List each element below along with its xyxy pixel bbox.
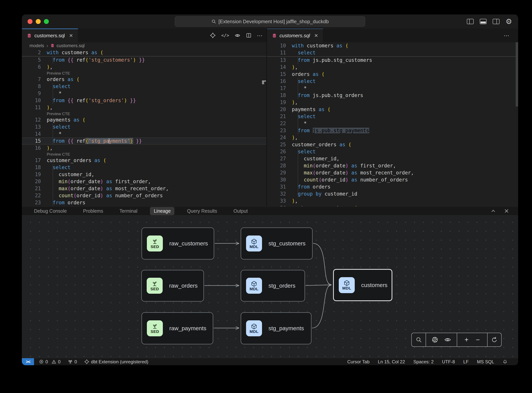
code-line-10[interactable]: 10with customers as ( — [267, 42, 518, 49]
code-line-22[interactable]: 22 count(order_id) as number_of_orders — [22, 192, 266, 199]
code-line-20[interactable]: 20payments as ( — [267, 106, 518, 113]
lineage-node-stg_orders[interactable]: MDLstg_orders — [241, 270, 305, 301]
maximize-panel-chevron-up-icon[interactable] — [490, 208, 496, 214]
code-line-26[interactable]: 26 select — [267, 148, 518, 155]
code-line-16[interactable]: 16 select — [267, 78, 518, 85]
code-line-17[interactable]: 17 * — [267, 85, 518, 92]
encoding-status[interactable]: UTF-8 — [442, 359, 455, 364]
show-compiled-code-icon[interactable]: </> — [221, 33, 229, 38]
code-line-23[interactable]: 23 from js.pub.stg_payments — [267, 127, 518, 134]
code-line-11[interactable]: 11), — [22, 104, 266, 111]
lineage-node-raw_orders[interactable]: SEDraw_orders — [141, 270, 204, 301]
tab-customers-sql-left[interactable]: customers.sql ✕ — [22, 29, 78, 42]
code-line-15[interactable]: 15orders as ( — [267, 71, 518, 78]
close-tab-icon[interactable]: ✕ — [69, 33, 73, 39]
code-line-21[interactable]: 21 select — [267, 113, 518, 120]
codelens-preview-cte[interactable]: Preview CTE — [22, 152, 266, 157]
scrollbar-thumb[interactable] — [516, 42, 518, 107]
code-line-18[interactable]: 18 select — [22, 164, 266, 171]
code-line-20[interactable]: 20 min(order_date) as first_order, — [22, 178, 266, 185]
search-icon[interactable] — [416, 337, 422, 343]
code-line-19[interactable]: 19), — [267, 99, 518, 106]
ports-status[interactable]: 0 — [68, 359, 77, 364]
lineage-node-raw_payments[interactable]: SEDraw_payments — [142, 312, 213, 344]
toggle-left-sidebar-button[interactable] — [467, 19, 474, 24]
zoom-in-icon[interactable]: + — [465, 336, 469, 343]
code-line-11[interactable]: 11 select — [267, 49, 518, 56]
split-editor-icon[interactable] — [246, 33, 252, 38]
code-line-15[interactable]: 15 from {{ ref('stg_payments') }} — [22, 138, 266, 145]
code-line-23[interactable]: 23 from orders — [22, 199, 266, 206]
code-line-27[interactable]: 27 customer_id, — [267, 155, 518, 162]
eye-icon[interactable] — [444, 336, 451, 343]
more-actions-icon[interactable]: ⋯ — [504, 32, 510, 39]
remote-indicator[interactable]: >< — [22, 358, 34, 365]
panel-tab-lineage[interactable]: Lineage — [150, 207, 174, 215]
panel-tab-debug-console[interactable]: Debug Console — [30, 207, 71, 215]
lineage-node-stg_payments[interactable]: MDLstg_payments — [241, 312, 312, 344]
lineage-canvas[interactable]: + − SEDraw_customersMDLstg_customersSEDr… — [22, 215, 518, 358]
more-actions-icon[interactable]: ⋯ — [257, 32, 263, 39]
code-line-16[interactable]: 16), — [22, 145, 266, 152]
lineage-node-customers[interactable]: MDLcustomers — [333, 269, 392, 301]
dbt-power-user-icon[interactable] — [210, 32, 216, 39]
lineage-node-stg_customers[interactable]: MDLstg_customers — [241, 227, 312, 260]
settings-gear-button[interactable]: ⚙ — [506, 18, 512, 25]
code-line-17[interactable]: 17customer_orders as ( — [22, 157, 266, 164]
code-line-8[interactable]: 8 select — [22, 83, 266, 90]
code-line-14[interactable]: 14 * — [22, 131, 266, 138]
panel-tab-output[interactable]: Output — [230, 207, 252, 215]
command-center-search[interactable]: [Extension Development Host] jaffle_shop… — [175, 16, 365, 27]
preview-eye-icon[interactable] — [235, 32, 240, 39]
panel-tab-problems[interactable]: Problems — [79, 207, 107, 215]
code-line-32[interactable]: 32 group by customer_id — [267, 190, 518, 197]
left-editor[interactable]: models › customers.sql 2with customers a… — [22, 42, 266, 206]
close-tab-icon[interactable]: ✕ — [314, 33, 318, 39]
panel-tab-query-results[interactable]: Query Results — [183, 207, 221, 215]
language-mode-status[interactable]: MS SQL — [477, 359, 494, 364]
code-line-5[interactable]: 5 from {{ ref('stg_customers') }} — [22, 56, 266, 64]
codelens-preview-cte[interactable]: Preview CTE — [22, 111, 266, 116]
code-line-10[interactable]: 10 from {{ ref('stg_orders') }} — [22, 97, 266, 104]
cursor-tab-status[interactable]: Cursor Tab — [347, 359, 369, 364]
close-window-button[interactable] — [28, 19, 33, 24]
problems-status[interactable]: 0 0 — [39, 359, 61, 364]
code-line-14[interactable]: 14), — [267, 64, 518, 71]
code-line-25[interactable]: 25customer_orders as ( — [267, 141, 518, 148]
zoom-out-icon[interactable]: − — [476, 336, 480, 343]
code-line-6[interactable]: 6), — [22, 64, 266, 71]
breadcrumb-file[interactable]: customers.sql — [56, 43, 85, 48]
bell-icon[interactable] — [503, 359, 508, 364]
code-line-7[interactable]: 7orders as ( — [22, 76, 266, 83]
zoom-window-button[interactable] — [44, 19, 49, 24]
panel-tab-terminal[interactable]: Terminal — [116, 207, 141, 215]
code-line-21[interactable]: 21 max(order_date) as most_recent_order, — [22, 185, 266, 192]
refresh-icon[interactable] — [491, 336, 498, 343]
breadcrumb[interactable]: models › customers.sql — [22, 42, 266, 49]
close-panel-icon[interactable] — [504, 208, 509, 214]
code-line-31[interactable]: 31 from orders — [267, 183, 518, 190]
code-line-33[interactable]: 33), — [267, 197, 518, 205]
code-line-30[interactable]: 30 count(order_id) as number_of_orders — [267, 176, 518, 183]
code-line-34[interactable]: 34customer_payments as ( — [267, 205, 518, 206]
minimize-window-button[interactable] — [36, 19, 41, 24]
code-line-22[interactable]: 22 * — [267, 120, 518, 127]
toggle-panel-button[interactable] — [480, 19, 487, 24]
code-line-24[interactable]: 24), — [267, 134, 518, 141]
code-line-9[interactable]: 9 * — [22, 90, 266, 97]
code-line-28[interactable]: 28 min(order_date) as first_order, — [267, 162, 518, 169]
code-line-13[interactable]: 13 from js.pub.stg_customers — [267, 57, 518, 64]
lineage-node-raw_customers[interactable]: SEDraw_customers — [142, 227, 214, 260]
eol-status[interactable]: LF — [463, 359, 469, 364]
cursor-position-status[interactable]: Ln 15, Col 22 — [378, 359, 405, 364]
right-editor[interactable]: 10with customers as (11 select 13 from j… — [267, 42, 518, 206]
code-line-13[interactable]: 13 select — [22, 123, 266, 131]
code-line-18[interactable]: 18 from js.pub.stg_orders — [267, 92, 518, 99]
indentation-status[interactable]: Spaces: 2 — [413, 359, 434, 364]
aperture-icon[interactable] — [431, 336, 438, 343]
dbt-extension-status[interactable]: dbt Extension (unregistered) — [84, 359, 149, 364]
code-line-29[interactable]: 29 max(order_date) as most_recent_order, — [267, 169, 518, 176]
breadcrumb-folder[interactable]: models — [29, 43, 44, 48]
code-line-19[interactable]: 19 customer_id, — [22, 171, 266, 178]
code-line-12[interactable]: 12payments as ( — [22, 116, 266, 123]
